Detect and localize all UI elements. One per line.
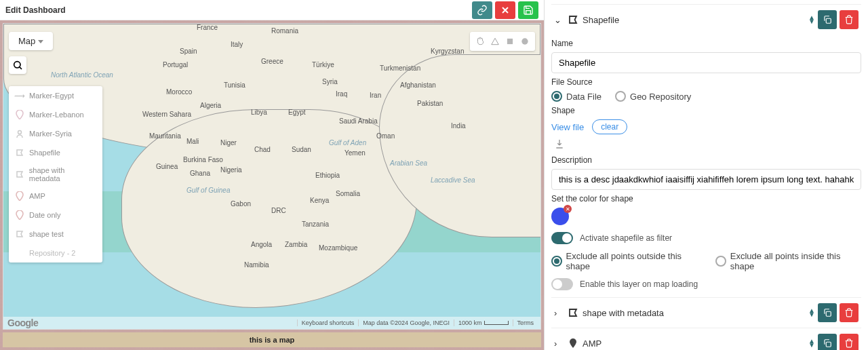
clear-button[interactable]: clear <box>592 119 627 134</box>
link-button[interactable] <box>472 1 492 19</box>
polygon-tool[interactable] <box>488 35 502 48</box>
country-label: Angola <box>251 241 272 248</box>
sea-label: North Atlantic Ocean <box>51 71 113 79</box>
country-label: Greece <box>261 58 283 65</box>
chevron-down-icon: ⌄ <box>554 15 564 25</box>
shape-icon <box>568 307 578 318</box>
scale-bar: 1000 km <box>454 319 513 326</box>
google-logo: Google <box>7 317 38 328</box>
radio-exclude-inside[interactable]: Exclude all points inside this shape <box>715 251 861 271</box>
download-icon <box>554 138 565 149</box>
svg-rect-5 <box>826 18 831 23</box>
pin-icon <box>14 210 25 220</box>
layer-list: ⟿Marker-Egypt Marker-Lebanon Marker-Syri… <box>9 86 102 262</box>
pin-icon <box>14 109 25 120</box>
enable-layer-toggle[interactable] <box>551 278 573 290</box>
country-label: Spain <box>180 47 197 55</box>
country-label: Morocco <box>166 88 192 96</box>
country-label: Afghanistan <box>400 81 436 89</box>
sea-label: Gulf of Aden <box>329 139 366 147</box>
layer-item[interactable]: AMP <box>9 187 102 206</box>
view-file-link[interactable]: View file <box>551 122 584 132</box>
svg-rect-6 <box>826 311 831 316</box>
map-widget[interactable]: North Atlantic Ocean Arabian Sea Gulf of… <box>3 23 541 330</box>
country-label: Egypt <box>288 109 306 116</box>
color-label: Set the color for shape <box>551 194 861 203</box>
radio-data-file[interactable]: Data File <box>551 91 601 102</box>
person-icon <box>14 128 25 139</box>
section-amp-header[interactable]: › AMP ▲▼ <box>551 328 861 350</box>
close-button[interactable] <box>495 1 515 19</box>
trash-icon <box>844 338 854 348</box>
map-attribution: Google Keyboard shortcuts Map data ©2024… <box>3 317 540 329</box>
layer-item[interactable]: Marker-Lebanon <box>9 105 102 124</box>
save-button[interactable] <box>518 1 538 19</box>
country-label: Kenya <box>310 197 329 204</box>
map-type-dropdown[interactable]: Map <box>9 32 53 50</box>
section-title: shape with metadata <box>583 308 664 318</box>
section-shape-metadata-header[interactable]: › shape with metadata ▲▼ <box>551 297 861 328</box>
country-label: Sudan <box>292 146 311 153</box>
description-input[interactable] <box>551 169 861 190</box>
activate-filter-toggle[interactable] <box>551 232 573 244</box>
color-swatch[interactable]: ✕ <box>551 208 569 225</box>
country-label: Iraq <box>336 90 347 98</box>
country-label: Namibia <box>244 261 269 269</box>
delete-button[interactable] <box>840 303 859 322</box>
duplicate-button[interactable] <box>818 10 837 29</box>
country-label: France <box>197 24 218 31</box>
country-label: Iran <box>370 92 381 99</box>
description-label: Description <box>551 155 861 165</box>
section-title: AMP <box>583 338 601 349</box>
duplicate-button[interactable] <box>818 334 837 350</box>
country-label: Saudi Arabia <box>339 117 378 125</box>
reorder-control[interactable]: ▲▼ <box>808 309 815 317</box>
country-label: Italy <box>231 41 243 48</box>
rect-tool[interactable] <box>502 35 517 48</box>
copy-icon <box>823 338 832 348</box>
radio-geo-repo[interactable]: Geo Repository <box>615 91 691 102</box>
layer-item[interactable]: Shapefile <box>9 143 102 162</box>
trash-icon <box>844 308 854 317</box>
radio-exclude-outside[interactable]: Exclude all points outside this shape <box>551 251 702 271</box>
terms-link[interactable]: Terms <box>513 319 538 326</box>
country-label: Türkiye <box>312 61 334 69</box>
sea-label: Gulf of Guinea <box>186 187 230 194</box>
country-label: Yemen <box>344 149 366 157</box>
save-icon <box>523 5 534 16</box>
duplicate-button[interactable] <box>818 303 837 322</box>
layer-item[interactable]: ⟿Marker-Egypt <box>9 86 102 105</box>
pin-icon <box>568 338 578 349</box>
close-icon <box>500 5 511 16</box>
layer-item[interactable]: Marker-Syria <box>9 124 102 143</box>
pan-tool[interactable] <box>473 35 488 48</box>
shape-icon <box>14 229 25 239</box>
search-button[interactable] <box>9 56 26 74</box>
map-caption: this is a map <box>3 332 541 347</box>
download-button[interactable] <box>554 138 859 151</box>
keyboard-shortcuts-link[interactable]: Keyboard shortcuts <box>297 319 359 326</box>
name-input[interactable] <box>551 52 861 73</box>
layer-item[interactable]: Date only <box>9 206 102 225</box>
reorder-control[interactable]: ▲▼ <box>808 339 815 347</box>
section-title: Shapefile <box>583 15 619 25</box>
shape-icon <box>14 169 25 180</box>
chevron-right-icon: › <box>554 308 564 318</box>
circle-tool[interactable] <box>517 35 532 48</box>
section-shapefile-header[interactable]: ⌄ Shapefile ▲▼ <box>551 4 861 35</box>
country-label: Mali <box>186 138 199 145</box>
activate-filter-label: Activate shapefile as filter <box>580 233 672 243</box>
delete-button[interactable] <box>840 334 859 350</box>
country-label: Chad <box>254 146 271 153</box>
svg-point-2 <box>18 131 22 134</box>
delete-button[interactable] <box>840 10 859 29</box>
layer-item[interactable]: Repository - 2 <box>9 244 102 262</box>
reorder-control[interactable]: ▲▼ <box>808 16 815 24</box>
layer-item[interactable]: shape test <box>9 225 102 244</box>
trash-icon <box>844 15 854 24</box>
country-label: Somalia <box>336 190 360 197</box>
layer-item[interactable]: shape with metadata <box>9 162 102 187</box>
country-label: Western Sahara <box>142 111 191 118</box>
country-label: Zambia <box>285 241 307 248</box>
clear-color-icon[interactable]: ✕ <box>564 205 572 213</box>
